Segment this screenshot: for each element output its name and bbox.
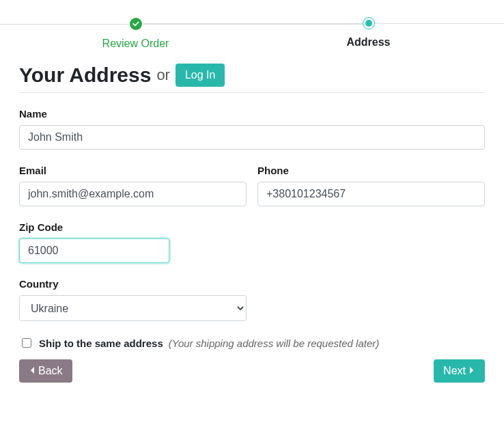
check-circle-icon (129, 17, 143, 31)
chevron-left-icon (29, 365, 36, 377)
email-input[interactable] (19, 182, 247, 206)
name-input[interactable] (19, 125, 485, 150)
next-button[interactable]: Next (434, 359, 485, 383)
name-label: Name (19, 108, 485, 120)
back-button-label: Back (38, 365, 63, 377)
zip-label: Zip Code (19, 221, 169, 233)
chevron-right-icon (468, 365, 475, 377)
phone-input[interactable] (257, 182, 485, 206)
step-review-order[interactable]: Review Order (19, 17, 252, 50)
back-button[interactable]: Back (19, 359, 72, 383)
zip-input[interactable] (19, 238, 169, 263)
progress-stepper: Review Order Address (19, 17, 485, 50)
step-label: Address (346, 36, 390, 49)
step-address[interactable]: Address (252, 17, 485, 49)
active-step-icon (363, 17, 375, 29)
ship-same-checkbox[interactable] (22, 338, 31, 348)
country-select[interactable]: Ukraine (19, 295, 247, 321)
or-text: or (156, 66, 170, 84)
login-button[interactable]: Log In (176, 64, 225, 87)
email-label: Email (19, 165, 247, 176)
page-title: Your Address (19, 64, 151, 87)
ship-same-row: Ship to the same address (Your shipping … (19, 336, 485, 350)
step-label: Review Order (102, 38, 169, 50)
ship-same-label: Ship to the same address (39, 338, 163, 349)
next-button-label: Next (443, 365, 466, 377)
address-form: Name Email Phone Zip Code Country (19, 108, 485, 383)
phone-label: Phone (257, 165, 485, 176)
country-label: Country (19, 278, 247, 290)
ship-same-note: (Your shipping address will be requested… (169, 338, 380, 349)
